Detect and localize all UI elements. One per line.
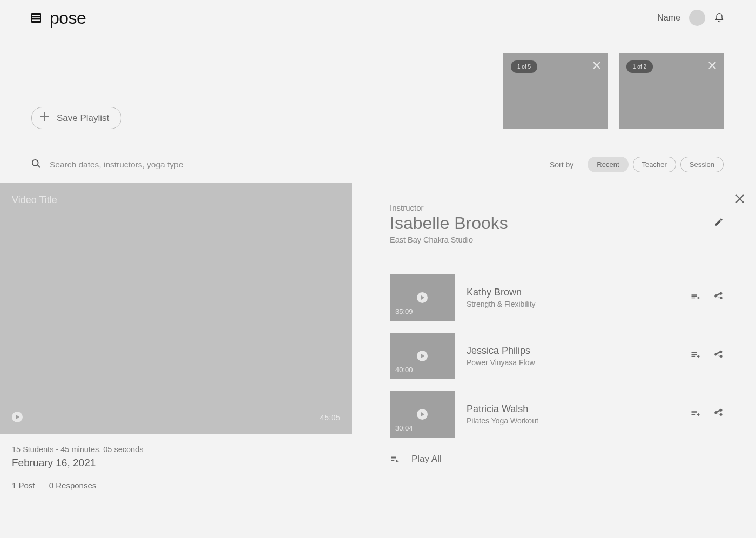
sort-chip-session[interactable]: Session [680,157,724,172]
close-icon[interactable] [708,62,716,71]
item-subtitle: Strength & Flexibility [467,300,536,308]
plus-icon [39,112,49,124]
playlist-add-icon[interactable] [690,408,701,421]
play-icon [417,292,428,303]
share-icon[interactable] [713,349,724,362]
item-title: Kathy Brown [467,287,536,298]
search-icon[interactable] [31,159,41,171]
playlist-add-icon[interactable] [690,291,701,304]
sort-label: Sort by [550,160,573,169]
video-responses[interactable]: 0 Responses [49,481,97,490]
panel-label: Instructor [390,203,724,212]
avatar[interactable] [689,10,705,26]
menu-icon[interactable] [31,13,41,23]
search-input[interactable] [50,160,255,170]
svg-line-11 [38,165,40,167]
item-duration: 40:00 [395,366,413,374]
close-icon[interactable] [735,194,744,205]
play-icon[interactable] [12,412,23,422]
svg-rect-1 [32,15,40,16]
app-logo[interactable]: pose [50,8,86,28]
save-playlist-label: Save Playlist [57,113,109,124]
video-title-overlay: Video Title [12,194,57,206]
strip-card[interactable]: 1 of 5 [503,53,608,129]
video-date: February 16, 2021 [12,457,143,469]
item-thumbnail[interactable]: 35:09 [390,274,455,321]
list-item: 35:09 Kathy Brown Strength & Flexibility [390,274,724,321]
play-icon [417,351,428,361]
svg-point-10 [32,159,38,165]
strip-card[interactable]: 1 of 2 [619,53,724,129]
related-list: 35:09 Kathy Brown Strength & Flexibility… [390,274,724,438]
thumbnail-strip: 1 of 5 1 of 2 [503,53,724,129]
play-all-label: Play All [411,454,442,465]
strip-badge: 1 of 2 [626,60,653,73]
share-icon[interactable] [713,291,724,304]
share-icon[interactable] [713,408,724,421]
instructor-panel: Instructor Isabelle Brooks East Bay Chak… [352,183,756,538]
sort-chip-recent[interactable]: Recent [588,157,628,172]
edit-icon[interactable] [714,217,724,229]
header-right: Name [657,10,725,26]
user-name: Name [657,13,680,23]
instructor-name: Isabelle Brooks [390,213,508,233]
video-posts[interactable]: 1 Post [12,481,35,490]
header: pose Name [0,0,756,36]
search-row: Sort by Recent Teacher Session [31,157,724,172]
bell-icon[interactable] [714,12,725,24]
svg-rect-2 [32,17,40,18]
playlist-play-icon [390,454,400,464]
save-playlist-button[interactable]: Save Playlist [31,107,122,129]
item-subtitle: Pilates Yoga Workout [467,416,538,425]
item-title: Patricia Walsh [467,404,538,415]
sort-chip-teacher[interactable]: Teacher [633,157,676,172]
close-icon[interactable] [593,62,600,71]
instructor-studio: East Bay Chakra Studio [390,236,724,244]
playlist-add-icon[interactable] [690,349,701,362]
video-students-duration: 15 Students - 45 minutes, 05 seconds [12,445,143,454]
video-player[interactable]: Video Title 45:05 [0,183,352,434]
item-subtitle: Power Vinyasa Flow [467,358,535,367]
strip-badge: 1 of 5 [511,60,537,73]
item-duration: 30:04 [395,424,413,432]
play-icon [417,409,428,420]
video-meta: 15 Students - 45 minutes, 05 seconds Feb… [12,445,143,490]
video-controls: 45:05 [12,412,340,422]
item-duration: 35:09 [395,307,413,315]
item-title: Jessica Philips [467,345,535,357]
list-item: 30:04 Patricia Walsh Pilates Yoga Workou… [390,391,724,438]
play-all-button[interactable]: Play All [390,454,442,465]
video-duration: 45:05 [320,413,340,422]
item-thumbnail[interactable]: 40:00 [390,333,455,379]
item-thumbnail[interactable]: 30:04 [390,391,455,438]
svg-rect-3 [32,19,40,21]
list-item: 40:00 Jessica Philips Power Vinyasa Flow [390,333,724,379]
